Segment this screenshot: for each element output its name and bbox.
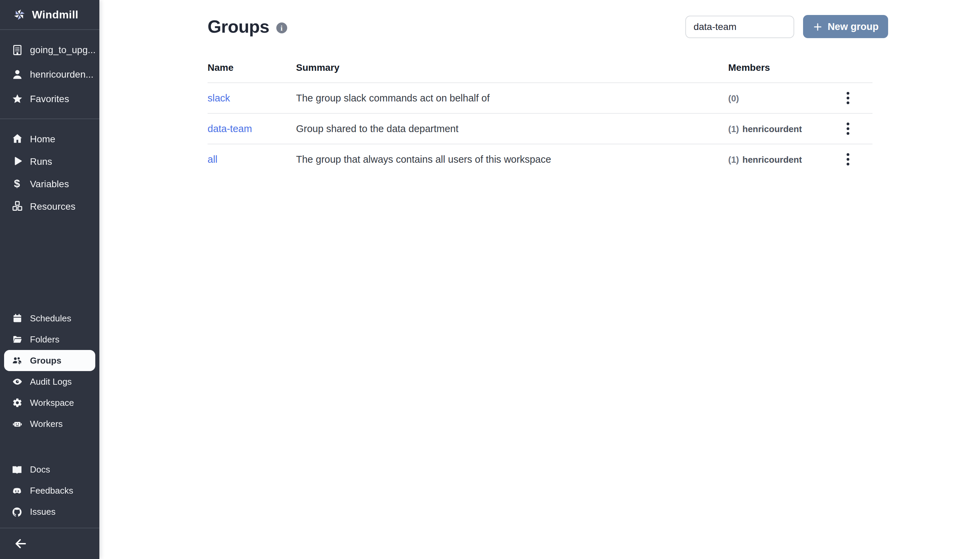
sidebar-section-admin: Schedules Folders Groups Audit Logs — [0, 308, 99, 434]
eye-icon — [10, 377, 24, 387]
sidebar-item-schedules[interactable]: Schedules — [0, 308, 99, 329]
kebab-icon — [846, 122, 849, 135]
app-root: Windmill going_to_upg... henricourden... — [0, 0, 980, 559]
sidebar-item-label: Schedules — [30, 313, 71, 323]
sidebar-section-main: Home Runs $ Variables Resources — [0, 119, 99, 220]
column-header-members: Members — [728, 62, 823, 73]
group-filter-input[interactable] — [685, 15, 794, 38]
members-names: henricourdent — [742, 154, 802, 164]
sidebar-item-variables[interactable]: $ Variables — [0, 172, 99, 195]
sidebar-item-label: Home — [30, 133, 56, 144]
row-menu-button[interactable] — [839, 89, 857, 107]
sidebar-item-label: Issues — [30, 506, 56, 517]
sidebar-item-favorites[interactable]: Favorites — [0, 86, 99, 111]
sidebar-item-label: Variables — [30, 178, 69, 189]
sidebar-item-label: going_to_upg... — [30, 44, 96, 55]
kebab-icon — [846, 92, 849, 104]
windmill-logo-icon — [12, 8, 26, 22]
members-names: henricourdent — [742, 124, 802, 134]
group-link[interactable]: slack — [208, 93, 230, 104]
collapse-sidebar-button[interactable] — [10, 533, 31, 554]
sidebar-item-label: Workspace — [30, 398, 74, 408]
building-icon — [10, 44, 24, 56]
sidebar-item-workspace[interactable]: Workspace — [0, 392, 99, 413]
table-row: slack The group slack commands act on be… — [208, 83, 873, 114]
group-summary: Group shared to the data department — [296, 123, 728, 134]
info-icon[interactable]: i — [276, 23, 287, 33]
sidebar-item-label: Feedbacks — [30, 485, 73, 496]
sidebar-item-folders[interactable]: Folders — [0, 329, 99, 350]
sidebar-item-label: Favorites — [30, 93, 69, 104]
folder-icon — [10, 334, 24, 344]
table-row: data-team Group shared to the data depar… — [208, 114, 873, 144]
github-icon — [10, 506, 24, 517]
sidebar-item-label: Runs — [30, 155, 52, 167]
sidebar-item-label: Folders — [30, 334, 59, 344]
group-link[interactable]: data-team — [208, 123, 252, 134]
book-icon — [10, 464, 24, 475]
logo-text: Windmill — [32, 8, 78, 21]
table-body: slack The group slack commands act on be… — [208, 83, 873, 174]
sidebar-item-docs[interactable]: Docs — [0, 459, 99, 480]
sidebar-item-label: Docs — [30, 464, 50, 475]
groups-table: Name Summary Members slack The group sla… — [208, 53, 873, 174]
sidebar-footer — [0, 528, 99, 559]
sidebar-section-workspace: going_to_upg... henricourden... Favorite… — [0, 30, 99, 119]
table-header: Name Summary Members — [208, 53, 873, 83]
gear-icon — [10, 398, 24, 408]
sidebar-item-workspace-switcher[interactable]: going_to_upg... — [0, 38, 99, 62]
play-icon — [10, 155, 24, 167]
star-icon — [10, 93, 24, 104]
row-menu-button[interactable] — [839, 120, 857, 137]
column-header-summary: Summary — [296, 62, 728, 73]
sidebar-item-feedbacks[interactable]: Feedbacks — [0, 480, 99, 501]
logo[interactable]: Windmill — [0, 0, 99, 29]
group-members: (1)henricourdent — [728, 154, 823, 164]
main-content: Groups i New group Name Summary Me — [99, 0, 980, 559]
row-menu-button[interactable] — [839, 150, 857, 168]
discord-icon — [10, 485, 24, 496]
dollar-icon: $ — [10, 178, 24, 189]
kebab-icon — [846, 153, 849, 165]
sidebar-item-label: Audit Logs — [30, 377, 72, 387]
group-summary: The group that always contains all users… — [296, 154, 728, 165]
users-gear-icon — [10, 356, 24, 366]
column-header-name: Name — [208, 62, 296, 73]
sidebar-section-links: Docs Feedbacks Issues — [0, 459, 99, 528]
arrow-left-icon — [13, 536, 28, 551]
header-actions: New group — [685, 15, 888, 38]
sidebar-item-home[interactable]: Home — [0, 127, 99, 150]
home-icon — [10, 133, 24, 144]
page-title: Groups — [208, 16, 269, 37]
calendar-icon — [10, 313, 24, 323]
group-link[interactable]: all — [208, 154, 218, 165]
sidebar-item-resources[interactable]: Resources — [0, 195, 99, 217]
members-count: (1) — [728, 124, 739, 134]
page-header: Groups i New group — [208, 14, 888, 39]
new-group-button[interactable]: New group — [803, 15, 888, 38]
members-count: (1) — [728, 154, 739, 164]
sidebar-item-runs[interactable]: Runs — [0, 150, 99, 172]
sidebar-item-issues[interactable]: Issues — [0, 501, 99, 522]
plus-icon — [813, 22, 823, 31]
sidebar-item-label: henricourden... — [30, 69, 94, 79]
sidebar-item-label: Resources — [30, 200, 76, 212]
sidebar-item-audit-logs[interactable]: Audit Logs — [0, 371, 99, 392]
sidebar-item-label: Workers — [30, 419, 63, 429]
user-icon — [10, 68, 24, 80]
group-summary: The group slack commands act on belhalf … — [296, 93, 728, 104]
new-group-button-label: New group — [828, 21, 879, 32]
table-row: all The group that always contains all u… — [208, 144, 873, 174]
robot-icon — [10, 419, 24, 429]
sidebar-item-workers[interactable]: Workers — [0, 413, 99, 434]
sidebar-item-user[interactable]: henricourden... — [0, 62, 99, 86]
members-count: (0) — [728, 93, 739, 103]
sidebar: Windmill going_to_upg... henricourden... — [0, 0, 99, 559]
sidebar-item-label: Groups — [30, 356, 61, 366]
group-members: (0) — [728, 93, 823, 103]
group-members: (1)henricourdent — [728, 124, 823, 134]
boxes-icon — [10, 200, 24, 212]
sidebar-item-groups[interactable]: Groups — [4, 350, 95, 371]
